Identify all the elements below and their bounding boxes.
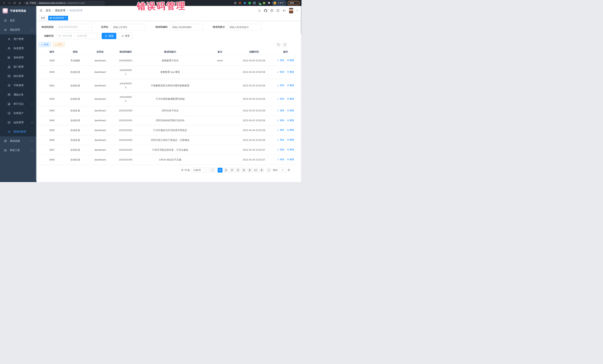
chevron-down-icon bbox=[31, 103, 33, 105]
breadcrumb-item[interactable]: 首页 bbox=[46, 9, 51, 12]
github-icon[interactable] bbox=[264, 9, 267, 12]
address-bar[interactable]: 不安全 dashboard.yudao.iocoder.cn/system/er… bbox=[24, 1, 105, 5]
edit-link[interactable]: 修改 bbox=[277, 97, 284, 101]
sidebar-item-系统管理[interactable]: 系统管理 bbox=[0, 25, 36, 34]
page-number-button[interactable]: 1 bbox=[218, 168, 222, 173]
delete-link[interactable]: 删除 bbox=[287, 109, 294, 112]
font-size-icon[interactable] bbox=[283, 9, 286, 12]
refresh-table-button[interactable] bbox=[282, 42, 287, 47]
caret-down-icon[interactable] bbox=[296, 10, 299, 12]
sidebar-item-在线用户[interactable]: 在线用户 bbox=[0, 109, 36, 118]
forward-icon[interactable] bbox=[7, 1, 12, 5]
edit-link[interactable]: 修改 bbox=[277, 109, 284, 112]
sidebar-item-用户管理[interactable]: 用户管理 bbox=[0, 34, 36, 44]
table-row: 3942自动生成dashboard100100000 4不允许获取敏感配置到前端… bbox=[39, 92, 299, 106]
more-pages-icon[interactable]: ••• bbox=[253, 168, 258, 173]
sidebar-item-通知公告[interactable]: 通知公告 bbox=[0, 90, 36, 99]
extension-leaf-icon[interactable] bbox=[263, 1, 266, 5]
edit-link[interactable]: 修改 bbox=[277, 128, 284, 132]
home-icon[interactable] bbox=[17, 1, 22, 5]
tab-首页[interactable]: 首页 bbox=[39, 16, 47, 20]
cell bbox=[204, 116, 235, 125]
show-search-toggle-button[interactable] bbox=[276, 42, 281, 47]
search-button[interactable]: 搜索 bbox=[102, 33, 116, 39]
sidebar-logo-row[interactable]: 芋道管理系统 bbox=[0, 6, 36, 16]
prev-page-button[interactable] bbox=[210, 168, 215, 173]
fullscreen-icon[interactable] bbox=[277, 9, 279, 12]
sidebar-item-错误码管理[interactable]: 错误码管理 bbox=[0, 127, 36, 136]
edit-label: 修改 bbox=[280, 59, 284, 62]
export-button[interactable]: 导出 bbox=[53, 42, 65, 47]
edit-link[interactable]: 修改 bbox=[277, 148, 284, 151]
delete-link[interactable]: 删除 bbox=[287, 119, 294, 122]
sidebar-item-基础设施[interactable]: 基础设施 bbox=[0, 136, 36, 146]
help-icon[interactable] bbox=[270, 9, 273, 12]
hamburger-icon[interactable] bbox=[39, 9, 43, 12]
sidebar-item-研发工具[interactable]: 研发工具 bbox=[0, 146, 36, 155]
back-icon[interactable] bbox=[2, 1, 6, 5]
sidebar-item-部门管理[interactable]: 部门管理 bbox=[0, 62, 36, 72]
page-size-select[interactable]: 10条/页 bbox=[192, 168, 209, 173]
page-number-button[interactable]: 6 bbox=[247, 168, 252, 173]
edit-link[interactable]: 修改 bbox=[277, 84, 284, 87]
refresh-icon bbox=[284, 43, 286, 46]
start-date-placeholder: 开始日期 bbox=[62, 34, 72, 38]
delete-link[interactable]: 删除 bbox=[287, 70, 294, 74]
sidebar-item-字典管理[interactable]: 字典管理 bbox=[0, 81, 36, 90]
error-type-select[interactable]: 请选择错误码类型 bbox=[56, 24, 92, 30]
browser-profile-chip[interactable]: 已暂停 bbox=[272, 1, 286, 5]
error-code-input[interactable] bbox=[170, 24, 203, 30]
user-avatar[interactable] bbox=[289, 8, 293, 13]
breadcrumb-item[interactable]: 系统管理 bbox=[55, 9, 65, 12]
bookmark-star-icon[interactable] bbox=[234, 1, 237, 4]
add-button-label: 新增 bbox=[44, 43, 48, 46]
sidebar-item-label: 字典管理 bbox=[13, 84, 23, 87]
reload-icon[interactable] bbox=[12, 1, 17, 5]
extension-grid-icon[interactable] bbox=[253, 1, 256, 5]
page-number-button[interactable]: 4 bbox=[235, 168, 240, 173]
page-number-button[interactable]: 3 bbox=[230, 168, 234, 173]
sidebar-item-角色管理[interactable]: 角色管理 bbox=[0, 44, 36, 53]
edit-link[interactable]: 修改 bbox=[277, 138, 284, 142]
date-range-picker[interactable]: 开始日期 - 结束日期 bbox=[56, 33, 99, 39]
tab-错误码管理[interactable]: 错误码管理× bbox=[48, 16, 68, 20]
reset-button[interactable]: 重置 bbox=[118, 33, 133, 39]
edit-link[interactable]: 修改 bbox=[277, 70, 284, 74]
extension-orange-ring-icon[interactable] bbox=[238, 1, 242, 5]
filter-row-2: 创建时间 开始日期 - 结束日期 搜索 重置 bbox=[39, 33, 299, 39]
sidebar-item-首页[interactable]: 首页 bbox=[0, 16, 36, 25]
edit-link[interactable]: 修改 bbox=[277, 158, 284, 161]
goto-page-input[interactable] bbox=[279, 168, 287, 173]
kebab-menu-icon[interactable]: ⋮ bbox=[295, 2, 298, 4]
close-icon[interactable]: × bbox=[65, 17, 66, 19]
delete-link[interactable]: 删除 bbox=[287, 84, 294, 87]
edit-link[interactable]: 修改 bbox=[277, 119, 284, 122]
app-name-input[interactable] bbox=[111, 24, 146, 30]
error-hint-input[interactable] bbox=[227, 24, 262, 30]
delete-link[interactable]: 删除 bbox=[287, 59, 294, 62]
search-icon[interactable] bbox=[258, 9, 261, 12]
delete-link[interactable]: 删除 bbox=[287, 138, 294, 142]
sidebar-item-短信管理[interactable]: 短信管理 bbox=[0, 118, 36, 127]
extension-green-check-icon[interactable] bbox=[248, 1, 251, 5]
extension-list-icon[interactable]: on bbox=[258, 1, 261, 5]
delete-link[interactable]: 删除 bbox=[287, 97, 294, 101]
edit-link[interactable]: 修改 bbox=[277, 59, 284, 62]
page-number-button[interactable]: 2 bbox=[224, 168, 228, 173]
extension-blue-gem-icon[interactable] bbox=[243, 1, 246, 5]
sidebar-item-菜单管理[interactable]: 菜单管理 bbox=[0, 53, 36, 62]
page-number-button[interactable]: 5 bbox=[241, 168, 246, 173]
sidebar-item-审计日志[interactable]: 审计日志 bbox=[0, 99, 36, 109]
delete-label: 删除 bbox=[290, 97, 294, 101]
edit-label: 修改 bbox=[280, 97, 284, 101]
delete-link[interactable]: 删除 bbox=[287, 148, 294, 151]
add-button[interactable]: 新增 bbox=[39, 42, 51, 47]
browser-update-button[interactable]: 更新 ⋮ bbox=[288, 1, 300, 5]
extensions-puzzle-icon[interactable] bbox=[267, 1, 270, 5]
page-number-button[interactable]: 8 bbox=[259, 168, 264, 173]
delete-link[interactable]: 删除 bbox=[287, 158, 294, 161]
delete-link[interactable]: 删除 bbox=[287, 128, 294, 132]
sidebar-item-岗位管理[interactable]: 岗位管理 bbox=[0, 72, 36, 81]
next-page-button[interactable] bbox=[267, 168, 271, 173]
window-scrollbar[interactable] bbox=[301, 6, 302, 182]
